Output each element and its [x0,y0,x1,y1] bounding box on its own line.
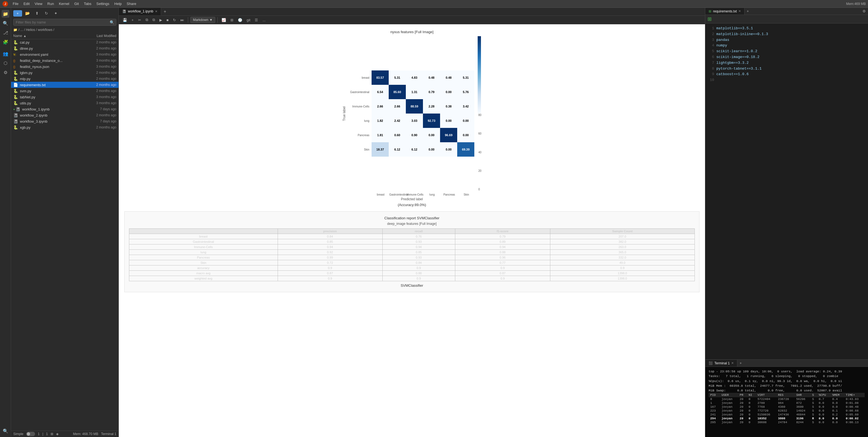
watermark-icon: ◈ [56,432,59,436]
file-item[interactable]: 🐍 xgb.py 2 months ago [11,124,119,130]
menu-kernel[interactable]: Kernel [57,1,71,6]
nb-save-btn[interactable]: 💾 [121,17,129,23]
file-item[interactable]: 📓 workflow_2.ipynb 2 months ago [11,112,119,118]
file-icon: 🐍 [13,101,18,105]
new-button[interactable]: + [13,10,22,17]
file-item[interactable]: {} featlist_deep_instance_o... 3 months … [11,58,119,64]
cm-cell: 69.39 [457,142,474,157]
proc-cell: 0.0 [817,416,830,420]
nb-git-btn[interactable]: git [245,17,252,23]
search-input[interactable] [15,20,110,25]
proc-cell: 62832 [776,409,795,413]
sidebar-icon-extensions[interactable]: 🧩 [2,38,9,46]
menu-view[interactable]: View [32,1,44,6]
nb-tab-close[interactable]: ✕ [155,10,157,13]
notebook-tab-workflow1[interactable]: 📓 workflow_1.ipynb ✕ [119,8,161,15]
open-folder-button[interactable]: 📂 [24,9,31,17]
sidebar-icon-layers[interactable]: ⬡ [2,59,9,67]
editor-tab-close[interactable]: ✕ [738,9,741,13]
sidebar-icon-git[interactable]: ⎇ [2,29,9,36]
file-item[interactable]: 🐍 tabNet.py 3 months ago [11,94,119,100]
proc-cell: S [810,413,817,416]
file-modified: 3 months ago [81,59,116,62]
menu-edit[interactable]: Edit [21,1,32,6]
editor-gear-icon[interactable]: ⚙ [860,8,868,14]
upload-button[interactable]: ⬆ [33,9,41,17]
file-item[interactable]: 🐍 lgbm.py 2 months ago [11,70,119,76]
file-item[interactable]: {} featlist_nyxus.json 3 months ago [11,64,119,70]
mode-toggle[interactable] [26,432,35,436]
editor-line: 9 catboost==1.0.6 [709,71,865,77]
sidebar-icon-users[interactable]: 👥 [2,50,9,58]
nb-more-btn[interactable]: ... [261,17,267,23]
menu-help[interactable]: Help [112,1,124,6]
file-item[interactable]: ● 📓 workflow_1.ipynb 7 days ago [11,106,119,112]
nb-paste-btn[interactable]: ⧉ [151,17,157,23]
file-modified: 2 months ago [81,83,116,87]
menu-settings[interactable]: Settings [94,1,112,6]
proc-cell: 0:00.02 [844,416,865,420]
proc-cell: S [810,405,817,409]
file-item[interactable]: 🐍 svm.py 2 months ago [11,88,119,94]
report-cell: 332.0 [550,255,694,260]
nb-cut-btn[interactable]: ✂ [136,17,143,23]
nb-tab-add[interactable]: + [161,8,169,15]
refresh-button[interactable]: ↻ [42,9,50,17]
proc-cell: 3196 [795,416,810,420]
nb-table-btn[interactable]: ⊞ [229,17,235,23]
file-item[interactable]: 📄 requirements.txt 2 months ago [11,82,119,88]
cm-cell: 0.00 [423,128,440,142]
file-item[interactable]: 🐍 utils.py 3 months ago [11,100,119,106]
notebook-tab-bar: 📓 workflow_1.ipynb ✕ + [119,8,705,16]
report-cell: 0.89 [455,239,550,245]
nb-markdown-btn[interactable]: ☰ [253,17,260,23]
cm-cell: 1.31 [406,85,423,99]
nb-copy-btn[interactable]: ⧉ [144,17,150,23]
terminal-tab-add[interactable]: + [737,360,744,367]
file-item[interactable]: 📓 workflow_3.ipynb 7 days ago [11,118,119,124]
file-item[interactable]: 🐍 mlp.py 2 months ago [11,76,119,82]
file-icon: {} [13,64,18,69]
sidebar-icon-files[interactable]: 📁 [2,10,9,18]
menu-file[interactable]: File [10,1,21,6]
report-cell: 0.9 [382,266,455,271]
git-button[interactable]: ✦ [52,9,60,17]
nb-forward-btn[interactable]: ⏭ [179,17,186,23]
report-cell: 49.0 [550,260,694,266]
menu-share[interactable]: Share [125,1,139,6]
file-item[interactable]: 🐍 dtree.py 2 months ago [11,45,119,51]
sidebar-icon-search[interactable]: 🔍 [2,19,9,27]
cm-cell: 85.60 [389,85,406,99]
sort-icon[interactable]: ▲ [23,34,27,38]
proc-cell: 0 [747,413,756,416]
sidebar-icon-panel: 📁 🔍 ⎇ 🧩 👥 ⬡ ⚙ 🔍 [0,8,11,437]
nb-clock-btn[interactable]: 🕐 [236,17,244,23]
sidebar-icon-tools[interactable]: ⚙ [2,68,9,76]
nb-chart-btn[interactable]: 📈 [220,17,228,23]
proc-cell: 0:01.08 [844,401,865,405]
nb-celltype-dropdown[interactable]: Markdown ▼ [190,17,215,23]
file-modified: 3 months ago [81,95,116,99]
nb-run-btn[interactable]: ▶ [158,17,164,23]
confusion-matrix: True label breastGastrointestinalImmune-… [124,36,700,191]
file-item[interactable]: 🐍 cat.py 2 months ago [11,39,119,45]
report-cell: Gastrointestinal [129,239,278,245]
cm-xlabel-cell: Skin [458,193,475,196]
cm-row: 1.810.600.900.0096.690.00 [372,128,474,142]
file-item[interactable]: Y: environment.yaml 3 months ago [11,51,119,58]
terminal-tab-close[interactable]: ✕ [731,361,734,365]
file-modified: 2 months ago [81,125,116,129]
terminal-tab-1[interactable]: ⬛ Terminal 1 ✕ [705,360,737,367]
sidebar-icon-search2[interactable]: 🔍 [2,427,9,435]
cm-xlabel: Predicted label [401,197,423,201]
editor-tab-requirements[interactable]: ⊞ requirements.txt ✕ [705,8,745,14]
menu-tabs[interactable]: Tabs [82,1,93,6]
nb-stop-btn[interactable]: ■ [165,17,170,23]
menu-run[interactable]: Run [45,1,56,6]
proc-cell: jovyan [720,397,738,401]
col-modified-label: Last Modified [81,34,116,38]
editor-tab-add[interactable]: + [745,8,751,14]
nb-restart-btn[interactable]: ↻ [171,17,178,23]
menu-git[interactable]: Git [72,1,81,6]
nb-add-btn[interactable]: + [130,17,135,23]
